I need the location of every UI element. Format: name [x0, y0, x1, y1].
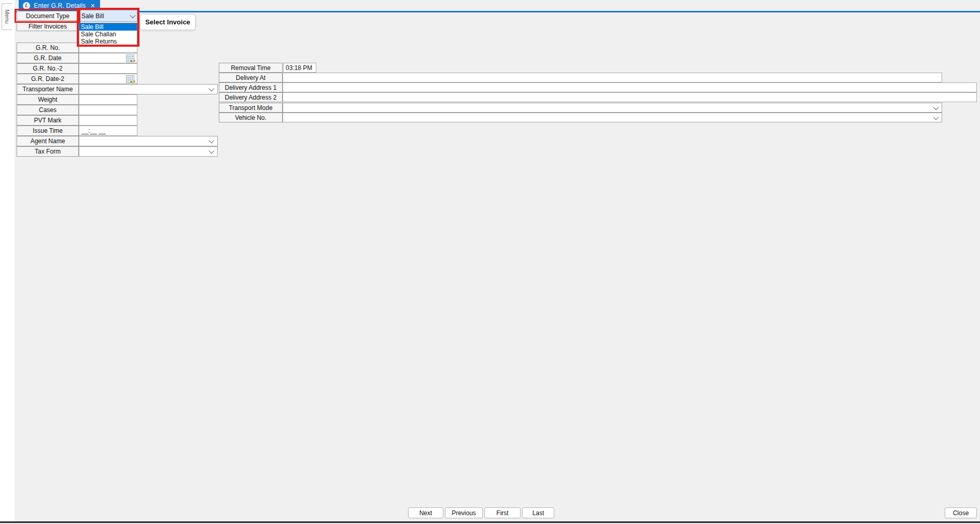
- left-gutter: [0, 0, 15, 521]
- document-type-select[interactable]: Sale Bill: [79, 10, 137, 22]
- vehicle-no-label: Vehicle No.: [219, 113, 283, 122]
- last-button[interactable]: Last: [522, 507, 554, 518]
- document-type-value: Sale Bill: [81, 12, 131, 20]
- select-invoice-button[interactable]: Select Invoice: [140, 14, 195, 30]
- previous-button[interactable]: Previous: [445, 507, 483, 518]
- app-logo-icon: L: [23, 2, 30, 9]
- issue-time-label: Issue Time: [17, 126, 79, 136]
- chevron-down-icon: [933, 114, 939, 119]
- weight-label: Weight: [17, 94, 79, 105]
- document-tab[interactable]: L Enter G.R. Details ×: [19, 0, 100, 11]
- document-type-label: Document Type: [17, 11, 79, 21]
- filter-invoices-label: Filter Invoices: [17, 21, 79, 31]
- gr-date-2-input[interactable]: [79, 74, 137, 84]
- menu-side-tab-label: Menu: [4, 9, 10, 24]
- delivery-address-2-input[interactable]: [283, 92, 977, 102]
- delivery-at-input[interactable]: [283, 73, 942, 82]
- pvt-mark-input[interactable]: [79, 115, 137, 126]
- tab-title: Enter G.R. Details: [34, 2, 86, 9]
- transport-mode-label: Transport Mode: [219, 103, 283, 113]
- gr-date-label: G.R. Date: [17, 53, 79, 63]
- gr-no-2-label: G.R. No.-2: [17, 63, 79, 74]
- chevron-down-icon: [208, 86, 214, 91]
- tab-close-icon[interactable]: ×: [90, 2, 96, 9]
- transporter-name-select[interactable]: [79, 84, 218, 94]
- delivery-address-1-label: Delivery Address 1: [219, 82, 283, 92]
- transporter-name-label: Transporter Name: [17, 84, 79, 94]
- delivery-at-label: Delivery At: [219, 73, 283, 82]
- weight-input[interactable]: [79, 94, 137, 105]
- calendar-icon[interactable]: [126, 54, 136, 62]
- cases-label: Cases: [17, 105, 79, 115]
- dropdown-option-sale-bill[interactable]: Sale Bill: [79, 23, 137, 31]
- chevron-down-icon: [933, 104, 939, 109]
- cases-input[interactable]: [79, 105, 137, 115]
- document-type-dropdown-list: Sale Bill Sale Challan Sale Returns: [79, 23, 137, 45]
- agent-name-label: Agent Name: [17, 136, 79, 146]
- gr-date-input[interactable]: [79, 53, 137, 63]
- menu-side-tab[interactable]: Menu: [2, 3, 12, 30]
- tax-form-select[interactable]: [79, 146, 218, 157]
- chevron-down-icon: [130, 12, 135, 18]
- close-button[interactable]: Close: [945, 507, 977, 518]
- gr-no-2-input[interactable]: [79, 63, 137, 74]
- gr-date-2-label: G.R. Date-2: [17, 74, 79, 84]
- agent-name-select[interactable]: [79, 136, 218, 146]
- transport-mode-select[interactable]: [283, 103, 942, 113]
- delivery-address-2-label: Delivery Address 2: [219, 92, 283, 102]
- removal-time-label: Removal Time: [219, 63, 283, 73]
- calendar-icon[interactable]: [126, 75, 136, 83]
- first-button[interactable]: First: [484, 507, 521, 518]
- next-button[interactable]: Next: [408, 507, 443, 518]
- window-bottom-border: [0, 521, 980, 523]
- tax-form-label: Tax Form: [17, 146, 79, 157]
- chevron-down-icon: [208, 148, 214, 154]
- removal-time-input[interactable]: 03:18 PM: [283, 63, 316, 73]
- vehicle-no-select[interactable]: [283, 113, 942, 122]
- dropdown-option-sale-returns[interactable]: Sale Returns: [79, 38, 137, 45]
- issue-time-input[interactable]: __:__ __: [79, 126, 137, 136]
- tab-strip-underline: [15, 11, 980, 12]
- delivery-address-1-input[interactable]: [283, 82, 977, 92]
- gr-no-label: G.R. No.: [17, 43, 79, 53]
- dropdown-option-sale-challan[interactable]: Sale Challan: [79, 31, 137, 38]
- chevron-down-icon: [208, 137, 214, 143]
- pvt-mark-label: PVT Mark: [17, 115, 79, 126]
